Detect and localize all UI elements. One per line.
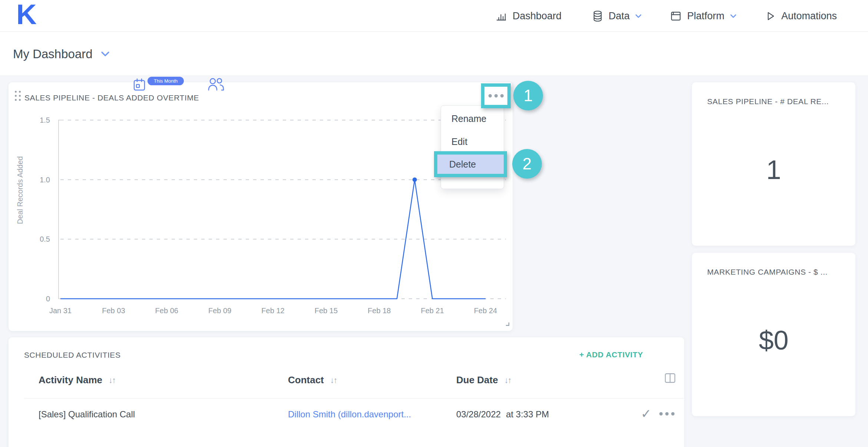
tutorial-step-badge-1: 1 — [513, 81, 543, 110]
column-header-due-date[interactable]: Due Date ↓↑ — [456, 374, 511, 386]
resize-handle[interactable] — [504, 321, 510, 328]
chart-options-button[interactable] — [481, 83, 511, 108]
svg-text:Feb 03: Feb 03 — [102, 307, 125, 315]
due-time: at 3:33 PM — [506, 409, 549, 420]
tutorial-step-badge-2: 2 — [512, 149, 542, 179]
column-header-contact[interactable]: Contact ↓↑ — [288, 374, 337, 386]
drag-handle-icon[interactable] — [15, 91, 21, 101]
stat-card-value: 1 — [692, 82, 855, 246]
menu-item-edit[interactable]: Edit — [441, 130, 504, 153]
sort-icon: ↓↑ — [330, 375, 337, 385]
stat-card-marketing: MARKETING CAMPAIGNS - $ ... $0 — [692, 253, 855, 416]
table-divider — [24, 398, 684, 398]
nav-item-data[interactable]: Data — [592, 0, 642, 32]
stat-card-value: $0 — [692, 253, 855, 416]
scheduled-activities-card: SCHEDULED ACTIVITIES + ADD ACTIVITY Acti… — [9, 337, 684, 447]
page-title: My Dashboard — [13, 47, 93, 61]
svg-text:Feb 09: Feb 09 — [208, 307, 231, 315]
stat-card-deals: SALES PIPELINE - # DEAL RE... 1 — [692, 82, 855, 246]
due-date: 03/28/2022 — [456, 409, 501, 420]
chevron-down-icon — [730, 14, 736, 18]
bar-chart-icon — [496, 10, 507, 22]
brand-logo[interactable]: K — [16, 0, 37, 30]
nav-label: Automations — [781, 10, 837, 22]
chart-card-title: SALES PIPELINE - DEALS ADDED OVERTIME — [24, 93, 199, 102]
line-chart: 00.51.01.5Jan 31Feb 03Feb 06Feb 09Feb 12… — [9, 82, 513, 331]
menu-item-rename[interactable]: Rename — [441, 107, 504, 130]
sort-icon: ↓↑ — [109, 375, 115, 385]
nav-item-platform[interactable]: Platform — [670, 0, 736, 32]
chevron-down-icon — [101, 51, 110, 57]
sort-icon: ↓↑ — [504, 375, 511, 385]
date-filter-button[interactable] — [133, 78, 146, 93]
row-options-button[interactable] — [659, 412, 675, 415]
share-users-button[interactable] — [208, 77, 225, 93]
svg-text:Feb 24: Feb 24 — [474, 307, 497, 315]
menu-item-delete[interactable]: Delete — [434, 151, 507, 177]
nav-label: Dashboard — [513, 10, 561, 22]
date-range-badge: This Month — [148, 77, 184, 85]
svg-text:0: 0 — [46, 295, 50, 303]
top-nav-bar: K Dashboard Data Platform Automations — [0, 0, 868, 32]
svg-text:Feb 06: Feb 06 — [155, 307, 178, 315]
svg-text:Deal Records Added: Deal Records Added — [16, 156, 24, 224]
svg-text:Jan 31: Jan 31 — [49, 307, 72, 315]
database-icon — [592, 10, 603, 22]
section-title: SCHEDULED ACTIVITIES — [24, 351, 121, 360]
ellipsis-icon — [488, 94, 504, 97]
nav-item-automations[interactable]: Automations — [765, 0, 837, 32]
nav-label: Platform — [687, 10, 725, 22]
svg-text:0.5: 0.5 — [40, 235, 50, 243]
dashboard-selector[interactable]: My Dashboard — [13, 32, 110, 76]
window-icon — [670, 10, 682, 22]
calendar-icon — [133, 78, 146, 92]
column-header-activity-name[interactable]: Activity Name ↓↑ — [39, 374, 115, 386]
due-date-cell: 03/28/2022 at 3:33 PM — [456, 407, 549, 422]
svg-text:Feb 12: Feb 12 — [261, 307, 284, 315]
dashboard-header-bar: My Dashboard This Month — [0, 32, 868, 76]
play-icon — [765, 11, 776, 21]
nav-label: Data — [609, 10, 630, 22]
complete-check-icon[interactable]: ✓ — [641, 406, 652, 421]
column-settings-icon[interactable] — [665, 373, 676, 385]
nav-item-dashboard[interactable]: Dashboard — [496, 0, 561, 32]
svg-text:1.5: 1.5 — [40, 116, 50, 124]
add-activity-button[interactable]: + ADD ACTIVITY — [579, 350, 643, 359]
svg-text:Feb 21: Feb 21 — [421, 307, 444, 315]
contact-link[interactable]: Dillon Smith (dillon.davenport... — [288, 407, 411, 422]
ellipsis-icon — [659, 412, 675, 415]
svg-text:Feb 15: Feb 15 — [315, 307, 338, 315]
activity-name-cell: [Sales] Qualification Call — [39, 407, 135, 422]
people-icon — [208, 77, 225, 91]
svg-text:Feb 18: Feb 18 — [368, 307, 391, 315]
svg-text:1.0: 1.0 — [40, 176, 50, 184]
chevron-down-icon — [635, 14, 642, 18]
